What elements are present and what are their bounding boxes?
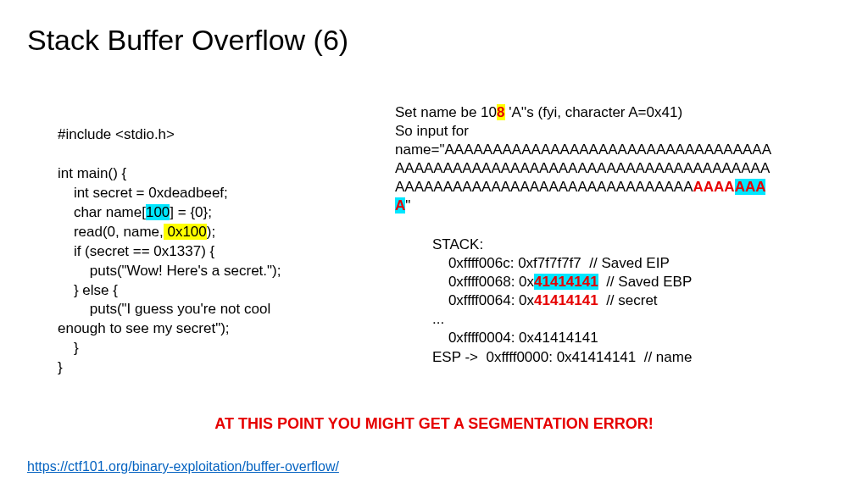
stack-row: 0xffff006c: 0xf7f7f7f7 // Saved EIP	[432, 255, 670, 271]
stack-row: ESP -> 0xffff0000: 0x41414141 // name	[432, 349, 692, 365]
code-line: }	[58, 340, 79, 356]
slide-title: Stack Buffer Overflow (6)	[27, 24, 348, 57]
count-highlight: 8	[497, 104, 504, 120]
buffer-size-highlight: 100	[146, 204, 170, 220]
code-line: if (secret == 0x1337) {	[58, 243, 214, 259]
text: So input for	[395, 123, 469, 139]
stack-header: STACK:	[432, 236, 483, 252]
stack-dump: STACK: 0xffff006c: 0xf7f7f7f7 // Saved E…	[432, 236, 831, 367]
code-line: } else {	[58, 282, 118, 298]
code-line: int secret = 0xdeadbeef;	[58, 185, 228, 201]
stack-row: // secret	[598, 292, 658, 308]
code-line: int main() {	[58, 165, 126, 181]
code-line: ] = {0};	[170, 204, 212, 220]
overflow-ebp: AAA	[735, 179, 766, 195]
overflow-ebp: A	[395, 197, 405, 214]
code-line: enough to see my secret");	[58, 320, 230, 336]
text: Set name be 10	[395, 104, 497, 120]
stack-row: 0xffff0068: 0x	[432, 274, 534, 290]
code-line: }	[58, 359, 63, 375]
reference-link[interactable]: https://ctf101.org/binary-exploitation/b…	[27, 459, 339, 474]
text: 'A''s (fyi, character A=0x41)	[505, 104, 683, 120]
overwritten-ebp: 41414141	[534, 274, 598, 290]
text: AAAAAAAAAAAAAAAAAAAAAAAAAAAAAAAAAAAAAAA	[395, 160, 770, 176]
code-line: #include <stdio.h>	[58, 126, 175, 142]
code-line: );	[207, 224, 215, 240]
code-line: char name[	[58, 204, 146, 220]
text: AAAAAAAAAAAAAAAAAAAAAAAAAAAAAAA	[395, 179, 693, 195]
read-size-highlight: 0x100	[164, 224, 207, 240]
stack-row: // Saved EBP	[598, 274, 693, 290]
overflow-secret: AAAA	[693, 179, 735, 195]
stack-ellipsis: ...	[432, 311, 444, 327]
text: "	[405, 197, 410, 214]
stack-row: 0xffff0004: 0x41414141	[432, 330, 598, 346]
code-line: puts("Wow! Here's a secret.");	[58, 263, 281, 279]
overwritten-secret: 41414141	[534, 292, 598, 308]
stack-row: 0xffff0064: 0x	[432, 292, 534, 308]
code-line: read(0, name,	[58, 224, 164, 240]
text: name="AAAAAAAAAAAAAAAAAAAAAAAAAAAAAAAAAA	[395, 141, 771, 158]
explanation-text: Set name be 108 'A''s (fyi, character A=…	[395, 103, 836, 216]
code-line: puts("I guess you're not cool	[58, 301, 270, 317]
segfault-warning: AT THIS POINT YOU MIGHT GET A SEGMENTATI…	[0, 415, 868, 433]
source-code: #include <stdio.h> int main() { int secr…	[58, 125, 281, 378]
